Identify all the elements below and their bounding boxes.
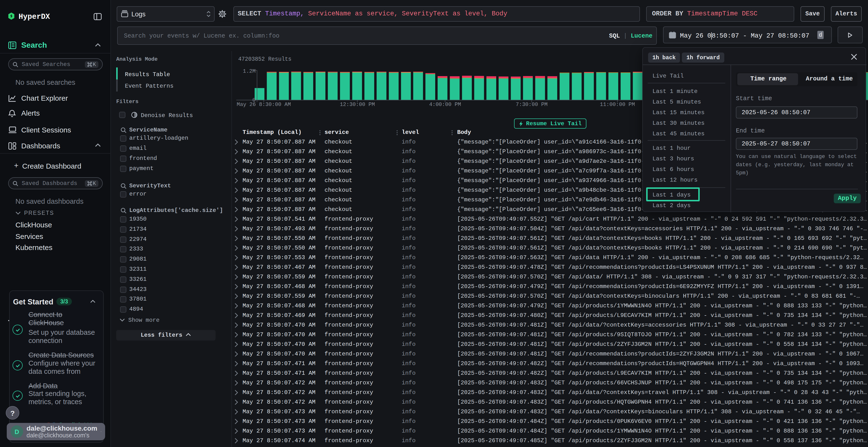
svg-text:1.2M: 1.2M — [243, 68, 255, 74]
svg-text:7:30:00 PM: 7:30:00 PM — [516, 102, 548, 108]
svg-text:0: 0 — [252, 97, 255, 103]
svg-text:4:00:00 PM: 4:00:00 PM — [429, 102, 461, 108]
svg-text:12:30:00 PM: 12:30:00 PM — [340, 102, 375, 108]
svg-text:11:00:00 PM: 11:00:00 PM — [600, 102, 635, 108]
svg-text:May 26 8:30:00 AM: May 26 8:30:00 AM — [237, 102, 291, 108]
